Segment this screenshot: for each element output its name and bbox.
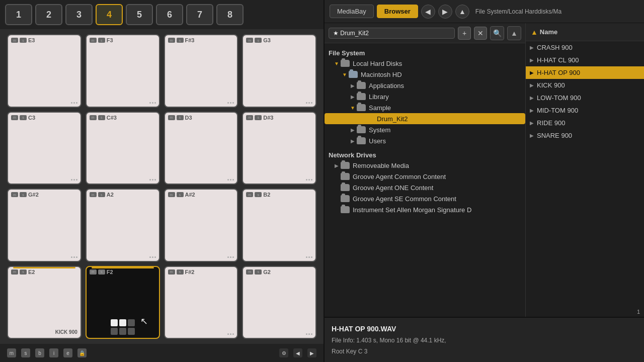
pad-s-icon: s [20, 38, 27, 43]
browser-button[interactable]: Browser [377, 5, 418, 18]
list-item-kick[interactable]: ▶ KICK 900 [526, 79, 644, 92]
tab-6[interactable]: 6 [156, 4, 183, 25]
pad-m-icon: m [246, 38, 253, 43]
pad-D3[interactable]: m s D3 [164, 112, 238, 185]
file-tree-panel: ★ Drum_Kit2 + ✕ 🔍 ▲ File System ▼ Local … [325, 23, 526, 317]
tree-groove-se[interactable]: Groove Agent SE Common Content [325, 193, 525, 204]
list-item-crash[interactable]: ▶ CRASH 900 [526, 41, 644, 54]
next-icon[interactable]: ▶ [307, 348, 316, 357]
tree-groove-common[interactable]: Groove Agent Common Content [325, 171, 525, 182]
tree-label-go: Groove Agent ONE Content [353, 184, 433, 192]
bottom-bar: m s b i e 🔒 ⚙ ◀ ▶ [0, 344, 324, 362]
list-item-ride[interactable]: ▶ RIDE 900 [526, 117, 644, 129]
pad-F3[interactable]: m s F3 [86, 34, 160, 108]
pad-Gs2[interactable]: m s G#2 [7, 189, 82, 262]
nav-up-button[interactable]: ▲ [455, 5, 469, 19]
kick-label: KICK 900 [55, 329, 77, 336]
tree-sample[interactable]: ▼ Sample [325, 102, 525, 113]
pad-s-icon: s [255, 192, 262, 197]
list-item-hhatcl[interactable]: ▶ H-HAT CL 900 [526, 54, 644, 66]
pad-As2[interactable]: m s A#2 [164, 189, 238, 262]
pad-Cs3[interactable]: m s C#3 [86, 112, 160, 185]
folder-icon-sys [357, 126, 366, 133]
pad-m-icon: m [168, 269, 175, 275]
pad-s-icon: s [98, 115, 105, 120]
tree-library[interactable]: ▶ Library [325, 91, 525, 102]
tree-label-lib: Library [369, 93, 389, 101]
pad-F2-hhat[interactable]: m s F2 ↖ H-H [86, 266, 160, 339]
pad-G2[interactable]: m s G2 [242, 266, 316, 339]
tree-applications[interactable]: ▶ Applications [325, 80, 525, 91]
tree-groove-one[interactable]: Groove Agent ONE Content [325, 182, 525, 193]
play-arrow-icon-selected: ▶ [530, 70, 534, 75]
pad-C3[interactable]: m s C3 [7, 112, 82, 185]
preset-select[interactable]: ★ Drum_Kit2 [329, 28, 455, 39]
tree-macintosh-hd[interactable]: ▼ Macintosh HD [325, 69, 525, 80]
tab-1[interactable]: 1 [5, 4, 32, 25]
list-item-midtom[interactable]: ▶ MID-TOM 900 [526, 104, 644, 117]
pad-A2[interactable]: m s A2 [86, 189, 160, 262]
folder-icon-go [341, 184, 350, 191]
b-icon[interactable]: b [35, 348, 44, 357]
info-icon[interactable]: i [49, 348, 58, 357]
pad-m-icon: m [90, 38, 97, 43]
list-header: ▲ Name [526, 23, 644, 41]
info-rootkey: Root Key C 3 [332, 348, 637, 355]
folder-icon-mac [349, 71, 358, 78]
add-preset-button[interactable]: + [458, 27, 471, 40]
list-item-label: LOW-TOM 900 [537, 94, 581, 102]
pad-s-icon: s [177, 115, 184, 120]
tab-4[interactable]: 4 [96, 4, 123, 25]
nav-back-button[interactable]: ◀ [421, 5, 435, 19]
pad-B2[interactable]: m s B2 [242, 189, 316, 262]
pad-E3[interactable]: m s E3 [7, 34, 82, 108]
play-arrow-icon: ▶ [530, 133, 534, 138]
tree-removeable[interactable]: ▶ Removeable Media [325, 160, 525, 171]
pad-Fs2[interactable]: m s F#2 [164, 266, 238, 339]
pad-s-icon: s [20, 192, 27, 197]
remove-preset-button[interactable]: ✕ [474, 27, 487, 40]
tree-label-dk2: Drum_Kit2 [377, 115, 408, 123]
list-item-snare[interactable]: ▶ SNARE 900 [526, 129, 644, 142]
pad-s-icon: s [177, 269, 184, 275]
list-item-lowtom[interactable]: ▶ LOW-TOM 900 [526, 92, 644, 104]
pad-Fs3[interactable]: m s F#3 [164, 34, 238, 108]
m-icon[interactable]: m [7, 348, 16, 357]
tab-2[interactable]: 2 [35, 4, 62, 25]
preset-bar: ★ Drum_Kit2 + ✕ 🔍 ▲ [325, 23, 525, 43]
pads-area: m s E3 m s F3 m s F#3 m s [0, 29, 324, 344]
prev-icon[interactable]: ◀ [293, 348, 302, 357]
pad-s-icon: s [255, 115, 262, 120]
pad-E2-kick[interactable]: m s E2 KICK 900 [7, 266, 82, 339]
tree-drum-kit2[interactable]: Drum_Kit2 [325, 113, 525, 124]
list-item-hhatop[interactable]: ▶ H-HAT OP 900 [526, 66, 644, 79]
tree-system[interactable]: ▶ System [325, 124, 525, 135]
nav-forward-button[interactable]: ▶ [438, 5, 452, 19]
tab-3[interactable]: 3 [65, 4, 93, 25]
play-arrow-icon: ▶ [530, 57, 534, 63]
tree-arrow-lib: ▶ [349, 93, 357, 101]
tree-local-hard-disks[interactable]: ▼ Local Hard Disks [325, 58, 525, 69]
pad-G3[interactable]: m s G3 [242, 34, 316, 108]
folder-icon-lib [357, 93, 366, 100]
settings-icon[interactable]: ⚙ [279, 348, 288, 357]
list-item-label: MID-TOM 900 [537, 107, 578, 114]
tree-users[interactable]: ▶ Users [325, 135, 525, 146]
tab-5[interactable]: 5 [126, 4, 153, 25]
lock-icon[interactable]: 🔒 [77, 348, 87, 357]
tree-instrument-set[interactable]: Instrument Set Allen Morgan Signature D [325, 204, 525, 215]
e-icon[interactable]: e [63, 348, 72, 357]
search-button[interactable]: 🔍 [490, 26, 504, 40]
sort-arrow-icon[interactable]: ▲ [531, 28, 538, 36]
nav-path: File System/Local Harddisks/Ma [475, 8, 561, 15]
pad-s-icon: s [20, 269, 27, 275]
tab-7[interactable]: 7 [186, 4, 213, 25]
tab-8[interactable]: 8 [216, 4, 244, 25]
pad-s-icon: s [177, 192, 184, 197]
pad-Ds3[interactable]: m s D#3 [242, 112, 316, 185]
mediabay-button[interactable]: MediaBay [330, 5, 374, 18]
cursor-icon: ↖ [140, 316, 148, 327]
s-icon[interactable]: s [21, 348, 30, 357]
bookmark-button[interactable]: ▲ [507, 26, 521, 40]
pad-m-icon: m [168, 115, 175, 120]
